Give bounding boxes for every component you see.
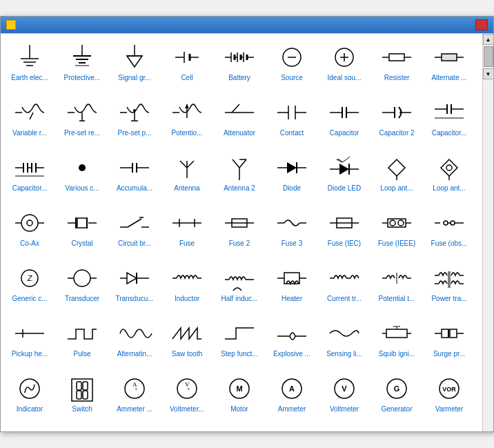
symbol-cell-co-ax[interactable]: Co-Ax (3, 205, 56, 260)
symbol-cell-voltmeter[interactable]: VsVoltmeter... (161, 371, 213, 426)
symbol-cell-pre-set-re[interactable]: Pre-set re... (56, 95, 108, 150)
symbol-cell-battery[interactable]: Battery (213, 39, 266, 95)
symbol-label-capacitor4: Capacitor... (6, 184, 54, 192)
symbol-label-transducer2: Transducu... (110, 295, 159, 302)
symbol-img-switch (63, 373, 101, 404)
symbol-cell-fuse[interactable]: Fuse (161, 205, 213, 260)
svg-line-114 (128, 219, 141, 227)
symbol-cell-loop-ant[interactable]: Loop ant... (370, 150, 423, 205)
scrollbar-down-button[interactable]: ▼ (483, 68, 494, 79)
symbol-cell-voltmeter2[interactable]: VVoltmeter (318, 371, 370, 426)
symbol-cell-step-funct[interactable]: Step funct... (213, 315, 266, 371)
symbol-cell-circuit-br[interactable]: Circuit br... (108, 205, 161, 260)
symbol-img-heater (273, 263, 311, 293)
symbol-label-squib-igni: Squib igni... (373, 350, 421, 358)
symbol-cell-capacitor[interactable]: Capacitor (318, 95, 370, 150)
symbol-cell-attenuator[interactable]: Attenuator (213, 95, 266, 150)
symbol-img-motor: M (220, 373, 259, 404)
symbol-cell-fuse2[interactable]: Fuse 2 (213, 205, 266, 260)
symbol-label-voltmeter2: Voltmeter (320, 405, 368, 413)
symbol-cell-surge-pr[interactable]: Surge pr... (423, 315, 475, 371)
svg-point-135 (398, 220, 404, 226)
symbol-cell-switch[interactable]: Switch (56, 371, 108, 426)
symbol-cell-ammeter[interactable]: AAmmeter (266, 371, 318, 426)
symbol-cell-sensing-li[interactable]: Sensing li... (318, 315, 370, 371)
symbol-cell-ammeter2[interactable]: AsAmmeter ... (108, 371, 161, 426)
svg-rect-173 (386, 329, 407, 338)
symbol-cell-current-tr[interactable]: Current tr... (318, 260, 370, 315)
symbol-cell-fuse-iec[interactable]: Fuse (IEC) (318, 205, 370, 260)
symbol-cell-capacitor4[interactable]: Capacitor... (3, 150, 56, 205)
symbol-cell-fuse-ieee[interactable]: Fuse (IEEE) (370, 205, 423, 260)
symbol-img-resister (377, 42, 416, 72)
symbol-cell-diode-led[interactable]: Diode LED (318, 150, 370, 205)
symbol-cell-signal-gr[interactable]: Signal gr... (108, 39, 161, 95)
scrollbar[interactable]: ▲ ▼ (482, 34, 493, 431)
close-button[interactable] (475, 19, 488, 30)
symbol-cell-half-induc[interactable]: Half induc... (213, 260, 266, 315)
symbol-cell-source[interactable]: Source (266, 39, 318, 95)
svg-text:M: M (236, 384, 242, 393)
symbol-cell-protective[interactable]: Protective... (56, 39, 108, 95)
symbol-cell-antenna[interactable]: Antenna (161, 150, 213, 205)
symbol-cell-varmeter[interactable]: VORVarmeter (423, 371, 475, 426)
symbol-cell-crystal[interactable]: Crystal (56, 205, 108, 260)
svg-point-105 (27, 220, 32, 226)
symbol-img-voltmeter2: V (325, 373, 364, 404)
symbol-cell-squib-igni[interactable]: Squib igni... (370, 315, 423, 371)
symbol-img-fuse (168, 208, 206, 238)
symbol-cell-pulse[interactable]: Pulse (56, 315, 108, 371)
symbol-cell-inductor[interactable]: Inductor (161, 260, 213, 315)
symbol-cell-transducer[interactable]: Transducer (56, 260, 108, 315)
symbol-label-saw-tooth: Saw tooth (163, 350, 211, 358)
symbol-cell-various-c[interactable]: Various c... (56, 150, 108, 205)
symbol-cell-potential-t[interactable]: Potential t... (370, 260, 423, 315)
symbols-grid-area: Earth elec...Protective...Signal gr...Ce… (1, 34, 482, 431)
symbol-cell-earth-elec[interactable]: Earth elec... (3, 39, 56, 95)
symbol-cell-transducer2[interactable]: Transducu... (108, 260, 161, 315)
symbol-cell-saw-tooth[interactable]: Saw tooth (161, 315, 213, 371)
symbol-cell-antenna2[interactable]: Antenna 2 (213, 150, 266, 205)
symbol-cell-potentio[interactable]: Potentio... (161, 95, 213, 150)
symbol-label-alternate: Alternate ... (425, 74, 473, 81)
symbol-cell-cell[interactable]: Cell (161, 39, 213, 95)
symbol-cell-contact[interactable]: Contact (266, 95, 318, 150)
symbol-cell-pre-set-p[interactable]: Pre-set p... (108, 95, 161, 150)
symbol-cell-heater[interactable]: Heater (266, 260, 318, 315)
title-bar: ⚡ (1, 17, 493, 33)
symbol-cell-variable-r[interactable]: Variable r... (3, 95, 56, 150)
symbol-img-fuse-ieee (377, 208, 416, 238)
symbol-cell-diode[interactable]: Diode (266, 150, 318, 205)
symbol-cell-explosive[interactable]: Explosive ... (266, 315, 318, 371)
symbol-cell-accumula[interactable]: Accumula... (108, 150, 161, 205)
symbol-label-heater: Heater (268, 295, 316, 302)
svg-point-104 (21, 215, 38, 231)
symbol-cell-pickup-he[interactable]: Pickup he... (3, 315, 56, 371)
symbol-cell-generic-c[interactable]: ZGeneric c... (3, 260, 56, 315)
symbol-cell-generator[interactable]: GGenerator (370, 371, 423, 426)
symbol-cell-capacitor2[interactable]: Capacitor 2 (370, 95, 423, 150)
symbol-cell-alternatin[interactable]: Alternatin... (108, 315, 161, 371)
symbol-cell-alternate[interactable]: Alternate ... (423, 39, 475, 95)
symbol-label-protective: Protective... (58, 74, 106, 81)
symbol-img-signal-gr (115, 42, 154, 72)
symbol-cell-ideal-sou[interactable]: Ideal sou... (318, 39, 370, 95)
symbol-cell-power-tra[interactable]: Power tra... (423, 260, 475, 315)
symbol-cell-resister[interactable]: Resister (370, 39, 423, 95)
symbol-img-inductor (168, 263, 206, 293)
symbol-label-explosive: Explosive ... (268, 350, 316, 358)
svg-rect-187 (83, 382, 88, 390)
symbol-img-varmeter: VOR (430, 373, 468, 404)
svg-rect-185 (77, 382, 81, 390)
symbol-cell-indicator[interactable]: Indicator (3, 371, 56, 426)
symbol-label-loop-ant: Loop ant... (373, 184, 421, 192)
symbol-cell-fuse3[interactable]: Fuse 3 (266, 205, 318, 260)
symbol-img-transducer2 (115, 263, 154, 293)
symbol-cell-fuse-obs[interactable]: Fuse (obs... (423, 205, 475, 260)
symbol-cell-motor[interactable]: MMotor (213, 371, 266, 426)
scrollbar-thumb[interactable] (484, 46, 493, 67)
symbol-cell-loop-ant2[interactable]: Loop ant... (423, 150, 475, 205)
scrollbar-up-button[interactable]: ▲ (483, 34, 494, 45)
svg-line-89 (239, 159, 246, 168)
symbol-cell-capacitor3[interactable]: Capacitor... (423, 95, 475, 150)
